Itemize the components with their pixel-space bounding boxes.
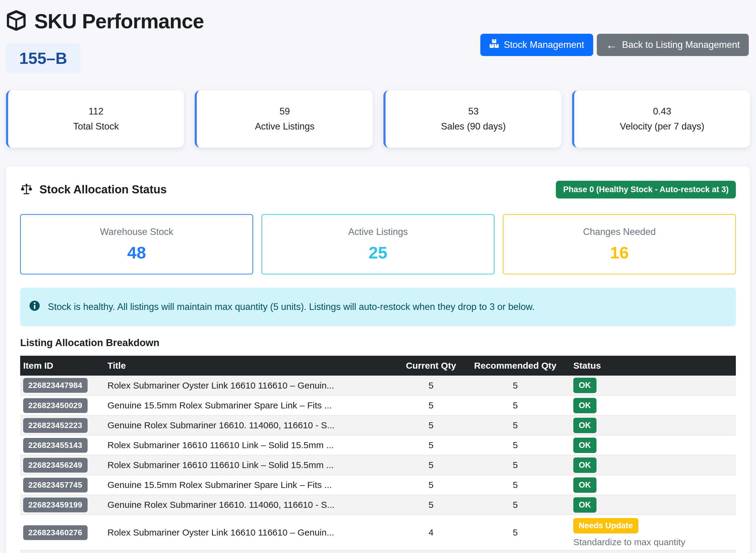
status-badge: OK (573, 398, 596, 413)
stat-card-sales: 53 Sales (90 days) (383, 90, 561, 148)
stat-card-total-stock: 112 Total Stock (6, 90, 184, 148)
package-icon (6, 10, 26, 32)
recommended-qty: 5 (469, 395, 562, 415)
allocation-table-body: 226823447984Rolex Submariner Oyster Link… (20, 376, 736, 553)
table-row: 226823450029Genuine 15.5mm Rolex Submari… (20, 395, 736, 415)
item-id-badge: 226823459199 (23, 497, 88, 512)
item-id-badge: 226823457745 (23, 478, 88, 492)
stat-value: 112 (89, 106, 103, 117)
stat-value: 59 (280, 106, 290, 117)
info-alert: Stock is healthy. All listings will main… (20, 288, 736, 326)
current-qty: 5 (393, 376, 469, 395)
table-row: 226823459199Genuine Rolex Submariner 166… (20, 495, 736, 515)
table-header-row: Item ID Title Current Qty Recommended Qt… (20, 356, 736, 376)
status-badge: Needs Update (573, 518, 638, 534)
column-header-status: Status (562, 356, 736, 376)
status-badge: OK (573, 438, 596, 453)
item-id-badge: 226823460276 (23, 525, 88, 540)
stat-cards-row: 112 Total Stock 59 Active Listings 53 Sa… (6, 90, 750, 148)
recommended-qty: 5 (469, 376, 562, 395)
status-badge: OK (573, 477, 596, 493)
item-title: Rolex Submariner 16610 116610 Link – Sol… (107, 455, 393, 475)
stat-value: 53 (468, 106, 478, 117)
back-arrow-icon: ← (606, 39, 617, 51)
boxes-icon (489, 39, 499, 51)
recommended-qty: 5 (469, 475, 562, 495)
alloc-box-label: Changes Needed (583, 227, 656, 237)
item-id-badge: 226823447984 (23, 378, 88, 393)
item-id-badge: 226823450029 (23, 398, 88, 413)
current-qty: 5 (393, 455, 469, 475)
item-id-badge: 226823452223 (23, 418, 88, 433)
table-title: Listing Allocation Breakdown (20, 337, 736, 348)
recommended-qty: 5 (469, 435, 562, 455)
active-listings-box: Active Listings 25 (262, 214, 494, 274)
column-header-current-qty: Current Qty (393, 356, 469, 376)
column-header-recommended-qty: Recommended Qty (469, 356, 562, 376)
stat-label: Sales (90 days) (441, 121, 505, 132)
current-qty: 5 (393, 495, 469, 515)
item-title: Rolex Submariner 16610 116610 Link – Sol… (107, 435, 393, 455)
current-qty: 5 (393, 475, 469, 495)
item-title: Genuine 15.5mm Rolex Submariner Spare Li… (107, 475, 393, 495)
table-row: 226823447984Rolex Submariner Oyster Link… (20, 376, 736, 395)
item-title: Genuine Rolex Submariner 16610. 114060, … (107, 495, 393, 515)
table-row: 226823456249Rolex Submariner 16610 11661… (20, 455, 736, 475)
current-qty: 5 (393, 415, 469, 435)
current-qty: 5 (393, 435, 469, 455)
item-title: Rolex Submariner Oyster Link 16610 11661… (107, 376, 393, 395)
alloc-box-value: 25 (369, 243, 387, 262)
current-qty: 5 (393, 395, 469, 415)
table-row: 226823457745Genuine 15.5mm Rolex Submari… (20, 475, 736, 495)
table-row: 226823460276Rolex Submariner Oyster Link… (20, 515, 736, 550)
sku-badge: 155–B (6, 44, 80, 73)
column-header-item-id: Item ID (20, 356, 107, 376)
allocation-boxes-row: Warehouse Stock 48 Active Listings 25 Ch… (20, 214, 736, 274)
stat-card-velocity: 0.43 Velocity (per 7 days) (572, 90, 750, 148)
item-title: Genuine Rolex Submariner 16610. 114060, … (107, 415, 393, 435)
alloc-box-label: Warehouse Stock (100, 227, 173, 237)
warehouse-stock-box: Warehouse Stock 48 (20, 214, 253, 274)
page-header: SKU Performance 155–B Stock Management (6, 7, 750, 73)
section-title: Stock Allocation Status (39, 183, 167, 196)
alloc-box-value: 16 (610, 243, 629, 262)
changes-needed-box: Changes Needed 16 (503, 214, 736, 274)
sku-performance-page: SKU Performance 155–B Stock Management (0, 0, 756, 553)
table-row-partial (20, 550, 736, 553)
status-note: Standardize to max quantity (573, 537, 736, 547)
item-id-badge: 226823455143 (23, 438, 88, 453)
item-id-badge: 226823456249 (23, 458, 88, 473)
stat-card-active-listings: 59 Active Listings (195, 90, 373, 148)
stock-management-button[interactable]: Stock Management (480, 34, 593, 56)
recommended-qty: 5 (469, 495, 562, 515)
stat-label: Total Stock (73, 121, 119, 132)
phase-badge: Phase 0 (Healthy Stock - Auto-restock at… (556, 181, 736, 199)
stat-label: Active Listings (255, 121, 314, 132)
table-row: 226823455143Rolex Submariner 16610 11661… (20, 435, 736, 455)
alloc-box-value: 48 (127, 243, 146, 262)
recommended-qty: 5 (469, 415, 562, 435)
column-header-title: Title (107, 356, 393, 376)
recommended-qty: 5 (469, 515, 562, 550)
back-label: Back to Listing Management (622, 40, 740, 50)
status-badge: OK (573, 458, 596, 473)
alloc-box-label: Active Listings (348, 227, 408, 237)
table-row: 226823452223Genuine Rolex Submariner 166… (20, 415, 736, 435)
stat-value: 0.43 (653, 106, 671, 117)
status-badge: OK (573, 418, 596, 433)
status-badge: OK (573, 378, 596, 393)
scale-icon (20, 183, 33, 197)
page-title: SKU Performance (34, 9, 204, 33)
info-alert-text: Stock is healthy. All listings will main… (48, 302, 535, 312)
info-icon (29, 300, 40, 314)
recommended-qty: 5 (469, 455, 562, 475)
item-title: Rolex Submariner Oyster Link 16610 11661… (107, 515, 393, 550)
back-to-listing-management-button[interactable]: ← Back to Listing Management (597, 34, 749, 56)
stat-label: Velocity (per 7 days) (620, 121, 704, 132)
stock-allocation-card: Stock Allocation Status Phase 0 (Healthy… (6, 166, 750, 553)
stock-management-label: Stock Management (504, 40, 584, 50)
allocation-table: Item ID Title Current Qty Recommended Qt… (20, 356, 736, 553)
current-qty: 4 (393, 515, 469, 550)
item-title: Genuine 15.5mm Rolex Submariner Spare Li… (107, 395, 393, 415)
status-badge: OK (573, 497, 596, 512)
